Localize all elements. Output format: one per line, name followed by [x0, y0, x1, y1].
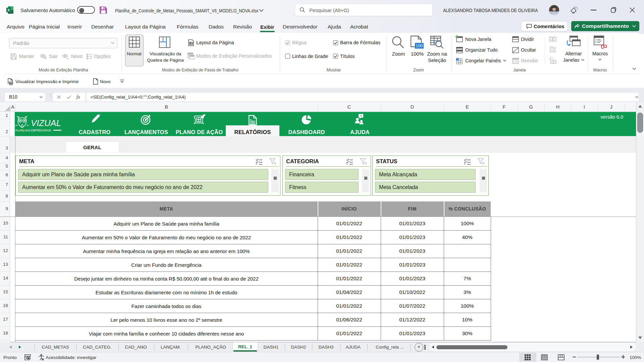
- svg-text:VIZUAL: VIZUAL: [31, 118, 61, 128]
- svg-text:PLANILHAS EMPRESARIAIS: PLANILHAS EMPRESARIAIS: [15, 128, 51, 132]
- svg-text:?: ?: [360, 114, 362, 118]
- svg-text:100: 100: [416, 44, 423, 48]
- svg-text:X: X: [7, 8, 10, 12]
